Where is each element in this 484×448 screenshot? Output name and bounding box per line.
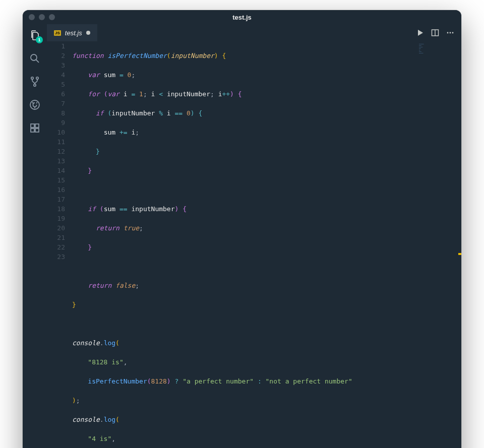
run-icon[interactable] (416, 29, 424, 37)
svg-point-3 (34, 84, 36, 86)
gutter: 1234567891011121314151617181920212223 (47, 41, 72, 448)
svg-point-2 (36, 77, 38, 79)
svg-point-1 (31, 77, 33, 79)
tab-test-js[interactable]: JS test.js (47, 24, 97, 41)
main-column: JS test.js (47, 24, 461, 448)
extensions-icon[interactable] (28, 121, 42, 135)
traffic-lights (29, 14, 55, 20)
window-title: test.js (232, 14, 252, 21)
svg-point-11 (447, 32, 449, 34)
svg-point-0 (31, 54, 37, 60)
svg-rect-5 (31, 124, 34, 127)
explorer-icon[interactable]: 1 (28, 28, 42, 42)
close-window-button[interactable] (29, 14, 35, 20)
split-editor-icon[interactable] (431, 29, 439, 37)
svg-rect-7 (35, 129, 39, 132)
tab-dirty-indicator (86, 31, 90, 35)
more-actions-icon[interactable] (446, 29, 454, 37)
debug-icon[interactable] (28, 98, 42, 112)
maximize-window-button[interactable] (49, 14, 55, 20)
minimap[interactable]: ▬▬▬▬▬▬▬▬▬▬▬▬▬▬▬▬▬▬▬▬▬▬▬▬▬▬▬▬▬▬▬▬▬▬ (419, 43, 459, 74)
svg-point-13 (452, 32, 454, 34)
code-editor[interactable]: 1234567891011121314151617181920212223 fu… (47, 41, 461, 448)
activity-bar: 1 (23, 24, 47, 448)
svg-rect-8 (35, 124, 39, 127)
search-icon[interactable] (28, 51, 42, 66)
js-file-icon: JS (54, 30, 61, 36)
tab-filename: test.js (65, 29, 82, 37)
titlebar: test.js (23, 10, 461, 24)
editor-window: test.js 1 (23, 10, 461, 448)
overview-ruler-marker (458, 253, 461, 255)
svg-point-12 (450, 32, 451, 34)
editor-actions (409, 29, 461, 37)
minimize-window-button[interactable] (39, 14, 45, 20)
code-content[interactable]: function isPerfectNumber(inputNumber) { … (72, 41, 461, 448)
tabs-row: JS test.js (47, 24, 461, 41)
explorer-badge: 1 (36, 36, 43, 43)
svg-rect-6 (31, 129, 34, 132)
source-control-icon[interactable] (28, 75, 42, 89)
